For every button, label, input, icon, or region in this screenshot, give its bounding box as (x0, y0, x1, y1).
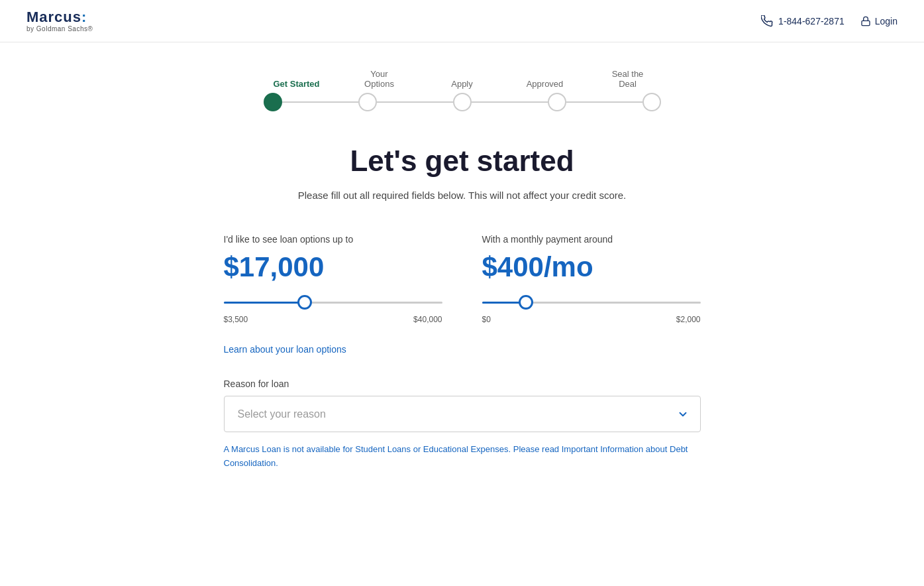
loan-amount-value: $17,000 (224, 251, 442, 283)
loan-amount-min: $3,500 (224, 315, 248, 324)
step-line-2 (377, 101, 453, 103)
header-right: 1-844-627-2871 Login (761, 15, 898, 27)
step-label-apply: Apply (429, 79, 495, 89)
loan-amount-slider-handle[interactable] (297, 295, 312, 310)
step-label-seal-the-deal: Seal theDeal (595, 69, 661, 89)
disclaimer-text: A Marcus Loan is not available for Stude… (224, 443, 701, 471)
logo-text: Marcus: (26, 9, 93, 25)
step-label-your-options: YourOptions (346, 69, 413, 89)
stepper-labels: Get Started YourOptions Apply Approved S… (264, 69, 661, 89)
loan-amount-max: $40,000 (413, 315, 442, 324)
loan-options-row: I'd like to see loan options up to $17,0… (224, 234, 701, 324)
step-line-4 (566, 101, 642, 103)
phone-icon (761, 15, 773, 27)
step-circle-2 (358, 93, 377, 111)
monthly-payment-label: With a monthly payment around (482, 234, 701, 245)
monthly-payment-slider-wrapper (482, 295, 701, 310)
loan-amount-slider-wrapper (224, 295, 442, 310)
step-circle-3 (453, 93, 472, 111)
step-line-1 (282, 101, 358, 103)
step-circle-1 (264, 93, 282, 111)
logo-colon: : (81, 9, 87, 25)
logo: Marcus: by Goldman Sachs® (26, 9, 93, 32)
reason-select[interactable]: Select your reason Debt Consolidation Ho… (224, 396, 701, 432)
logo-subtext: by Goldman Sachs® (26, 25, 93, 32)
monthly-payment-max: $2,000 (676, 315, 701, 324)
stepper: Get Started YourOptions Apply Approved S… (224, 69, 701, 111)
reason-select-wrapper: Select your reason Debt Consolidation Ho… (224, 396, 701, 432)
learn-link[interactable]: Learn about your loan options (224, 344, 346, 355)
lock-icon (860, 15, 871, 27)
reason-for-loan-section: Reason for loan Select your reason Debt … (224, 379, 701, 471)
loan-amount-label: I'd like to see loan options up to (224, 234, 442, 245)
phone-area[interactable]: 1-844-627-2871 (761, 15, 845, 27)
main-content: Get Started YourOptions Apply Approved S… (211, 42, 714, 510)
svg-rect-0 (862, 21, 870, 25)
login-area[interactable]: Login (860, 15, 898, 27)
loan-amount-section: I'd like to see loan options up to $17,0… (224, 234, 442, 324)
monthly-payment-min: $0 (482, 315, 491, 324)
step-circle-4 (548, 93, 566, 111)
page-heading: Let's get started (224, 145, 701, 178)
monthly-payment-slider-handle[interactable] (519, 295, 533, 310)
step-label-approved: Approved (512, 79, 578, 89)
monthly-payment-value: $400/mo (482, 251, 701, 283)
monthly-payment-range-labels: $0 $2,000 (482, 315, 701, 324)
phone-number: 1-844-627-2871 (778, 16, 845, 27)
monthly-payment-section: With a monthly payment around $400/mo $0… (482, 234, 701, 324)
step-line-3 (472, 101, 548, 103)
login-label: Login (875, 16, 898, 27)
loan-amount-slider-fill (224, 302, 305, 304)
page-subheading: Please fill out all required fields belo… (224, 190, 701, 201)
reason-label: Reason for loan (224, 379, 701, 389)
step-circle-5 (642, 93, 661, 111)
header: Marcus: by Goldman Sachs® 1-844-627-2871… (0, 0, 924, 42)
step-label-get-started: Get Started (264, 79, 330, 89)
loan-amount-range-labels: $3,500 $40,000 (224, 315, 442, 324)
stepper-circles (264, 93, 661, 111)
